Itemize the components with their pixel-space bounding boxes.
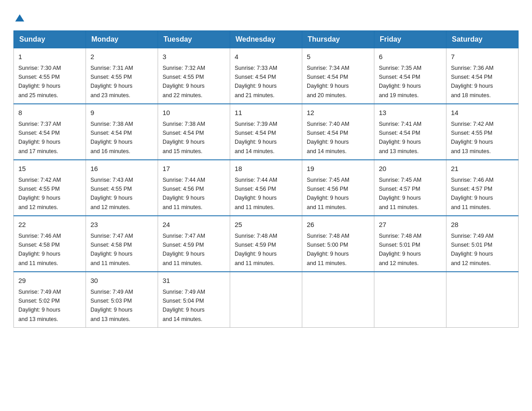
- day-info: Sunrise: 7:42 AMSunset: 4:55 PMDaylight:…: [18, 177, 61, 210]
- day-number: 10: [163, 108, 225, 118]
- day-info: Sunrise: 7:45 AMSunset: 4:56 PMDaylight:…: [307, 177, 349, 210]
- day-info: Sunrise: 7:47 AMSunset: 4:59 PMDaylight:…: [163, 233, 205, 266]
- calendar-cell: 26 Sunrise: 7:48 AMSunset: 5:00 PMDaylig…: [302, 216, 374, 272]
- calendar-cell: [374, 272, 446, 328]
- day-info: Sunrise: 7:34 AMSunset: 4:54 PMDaylight:…: [307, 65, 349, 98]
- day-info: Sunrise: 7:38 AMSunset: 4:54 PMDaylight:…: [163, 121, 205, 154]
- calendar-week-row: 8 Sunrise: 7:37 AMSunset: 4:54 PMDayligh…: [14, 104, 519, 160]
- day-number: 15: [18, 164, 81, 174]
- day-info: Sunrise: 7:43 AMSunset: 4:55 PMDaylight:…: [90, 177, 133, 210]
- day-number: 31: [163, 276, 225, 286]
- calendar-cell: 9 Sunrise: 7:38 AMSunset: 4:54 PMDayligh…: [86, 104, 158, 160]
- calendar-cell: 7 Sunrise: 7:36 AMSunset: 4:54 PMDayligh…: [446, 48, 519, 104]
- page-header: [13, 13, 519, 21]
- calendar-cell: 14 Sunrise: 7:42 AMSunset: 4:55 PMDaylig…: [446, 104, 519, 160]
- calendar-cell: [230, 272, 302, 328]
- calendar-cell: 27 Sunrise: 7:48 AMSunset: 5:01 PMDaylig…: [374, 216, 446, 272]
- calendar-cell: [302, 272, 374, 328]
- day-info: Sunrise: 7:44 AMSunset: 4:56 PMDaylight:…: [235, 177, 277, 210]
- day-number: 8: [18, 108, 81, 118]
- day-number: 19: [307, 164, 369, 174]
- day-info: Sunrise: 7:40 AMSunset: 4:54 PMDaylight:…: [307, 121, 349, 154]
- day-info: Sunrise: 7:45 AMSunset: 4:57 PMDaylight:…: [379, 177, 421, 210]
- day-number: 6: [379, 52, 442, 62]
- logo: [13, 13, 24, 21]
- day-number: 17: [163, 164, 225, 174]
- calendar-cell: 16 Sunrise: 7:43 AMSunset: 4:55 PMDaylig…: [86, 160, 158, 216]
- day-number: 21: [451, 164, 514, 174]
- calendar-week-row: 29 Sunrise: 7:49 AMSunset: 5:02 PMDaylig…: [14, 272, 519, 328]
- day-number: 5: [307, 52, 369, 62]
- day-info: Sunrise: 7:46 AMSunset: 4:57 PMDaylight:…: [451, 177, 493, 210]
- day-number: 23: [90, 220, 153, 230]
- day-number: 1: [18, 52, 81, 62]
- day-number: 20: [379, 164, 442, 174]
- day-info: Sunrise: 7:37 AMSunset: 4:54 PMDaylight:…: [18, 121, 61, 154]
- calendar-cell: 24 Sunrise: 7:47 AMSunset: 4:59 PMDaylig…: [158, 216, 230, 272]
- day-number: 22: [18, 220, 81, 230]
- calendar-cell: 29 Sunrise: 7:49 AMSunset: 5:02 PMDaylig…: [14, 272, 86, 328]
- calendar-cell: 10 Sunrise: 7:38 AMSunset: 4:54 PMDaylig…: [158, 104, 230, 160]
- day-info: Sunrise: 7:31 AMSunset: 4:55 PMDaylight:…: [90, 65, 133, 98]
- calendar-cell: 19 Sunrise: 7:45 AMSunset: 4:56 PMDaylig…: [302, 160, 374, 216]
- calendar-cell: 18 Sunrise: 7:44 AMSunset: 4:56 PMDaylig…: [230, 160, 302, 216]
- day-number: 18: [235, 164, 297, 174]
- day-number: 24: [163, 220, 225, 230]
- day-number: 9: [90, 108, 153, 118]
- day-number: 4: [235, 52, 297, 62]
- day-info: Sunrise: 7:42 AMSunset: 4:55 PMDaylight:…: [451, 121, 493, 154]
- col-header-friday: Friday: [374, 31, 446, 48]
- calendar-cell: [446, 272, 519, 328]
- day-info: Sunrise: 7:49 AMSunset: 5:04 PMDaylight:…: [163, 289, 205, 322]
- day-number: 3: [163, 52, 225, 62]
- day-info: Sunrise: 7:30 AMSunset: 4:55 PMDaylight:…: [18, 65, 61, 98]
- day-number: 12: [307, 108, 369, 118]
- calendar-cell: 28 Sunrise: 7:49 AMSunset: 5:01 PMDaylig…: [446, 216, 519, 272]
- day-number: 13: [379, 108, 442, 118]
- calendar-week-row: 15 Sunrise: 7:42 AMSunset: 4:55 PMDaylig…: [14, 160, 519, 216]
- calendar-cell: 5 Sunrise: 7:34 AMSunset: 4:54 PMDayligh…: [302, 48, 374, 104]
- col-header-tuesday: Tuesday: [158, 31, 230, 48]
- calendar-cell: 25 Sunrise: 7:48 AMSunset: 4:59 PMDaylig…: [230, 216, 302, 272]
- day-number: 14: [451, 108, 514, 118]
- day-info: Sunrise: 7:32 AMSunset: 4:55 PMDaylight:…: [163, 65, 205, 98]
- calendar-cell: 1 Sunrise: 7:30 AMSunset: 4:55 PMDayligh…: [14, 48, 86, 104]
- day-number: 28: [451, 220, 514, 230]
- day-info: Sunrise: 7:48 AMSunset: 5:00 PMDaylight:…: [307, 233, 349, 266]
- logo-triangle-icon: [15, 14, 24, 21]
- day-number: 30: [90, 276, 153, 286]
- day-number: 7: [451, 52, 514, 62]
- day-info: Sunrise: 7:33 AMSunset: 4:54 PMDaylight:…: [235, 65, 277, 98]
- calendar-cell: 12 Sunrise: 7:40 AMSunset: 4:54 PMDaylig…: [302, 104, 374, 160]
- day-info: Sunrise: 7:48 AMSunset: 5:01 PMDaylight:…: [379, 233, 421, 266]
- day-number: 11: [235, 108, 297, 118]
- day-info: Sunrise: 7:48 AMSunset: 4:59 PMDaylight:…: [235, 233, 277, 266]
- calendar-cell: 20 Sunrise: 7:45 AMSunset: 4:57 PMDaylig…: [374, 160, 446, 216]
- day-number: 26: [307, 220, 369, 230]
- day-number: 16: [90, 164, 153, 174]
- col-header-monday: Monday: [86, 31, 158, 48]
- calendar-week-row: 1 Sunrise: 7:30 AMSunset: 4:55 PMDayligh…: [14, 48, 519, 104]
- day-info: Sunrise: 7:36 AMSunset: 4:54 PMDaylight:…: [451, 65, 493, 98]
- calendar-cell: 17 Sunrise: 7:44 AMSunset: 4:56 PMDaylig…: [158, 160, 230, 216]
- day-info: Sunrise: 7:47 AMSunset: 4:58 PMDaylight:…: [90, 233, 133, 266]
- calendar-cell: 2 Sunrise: 7:31 AMSunset: 4:55 PMDayligh…: [86, 48, 158, 104]
- day-number: 29: [18, 276, 81, 286]
- day-number: 27: [379, 220, 442, 230]
- calendar-cell: 11 Sunrise: 7:39 AMSunset: 4:54 PMDaylig…: [230, 104, 302, 160]
- calendar-cell: 3 Sunrise: 7:32 AMSunset: 4:55 PMDayligh…: [158, 48, 230, 104]
- day-info: Sunrise: 7:49 AMSunset: 5:01 PMDaylight:…: [451, 233, 493, 266]
- calendar-cell: 6 Sunrise: 7:35 AMSunset: 4:54 PMDayligh…: [374, 48, 446, 104]
- col-header-sunday: Sunday: [14, 31, 86, 48]
- calendar-cell: 21 Sunrise: 7:46 AMSunset: 4:57 PMDaylig…: [446, 160, 519, 216]
- day-number: 2: [90, 52, 153, 62]
- calendar-header-row: SundayMondayTuesdayWednesdayThursdayFrid…: [14, 31, 519, 48]
- day-info: Sunrise: 7:49 AMSunset: 5:03 PMDaylight:…: [90, 289, 133, 322]
- calendar-cell: 4 Sunrise: 7:33 AMSunset: 4:54 PMDayligh…: [230, 48, 302, 104]
- calendar-cell: 13 Sunrise: 7:41 AMSunset: 4:54 PMDaylig…: [374, 104, 446, 160]
- day-info: Sunrise: 7:41 AMSunset: 4:54 PMDaylight:…: [379, 121, 421, 154]
- day-info: Sunrise: 7:35 AMSunset: 4:54 PMDaylight:…: [379, 65, 421, 98]
- col-header-thursday: Thursday: [302, 31, 374, 48]
- col-header-wednesday: Wednesday: [230, 31, 302, 48]
- calendar-cell: 30 Sunrise: 7:49 AMSunset: 5:03 PMDaylig…: [86, 272, 158, 328]
